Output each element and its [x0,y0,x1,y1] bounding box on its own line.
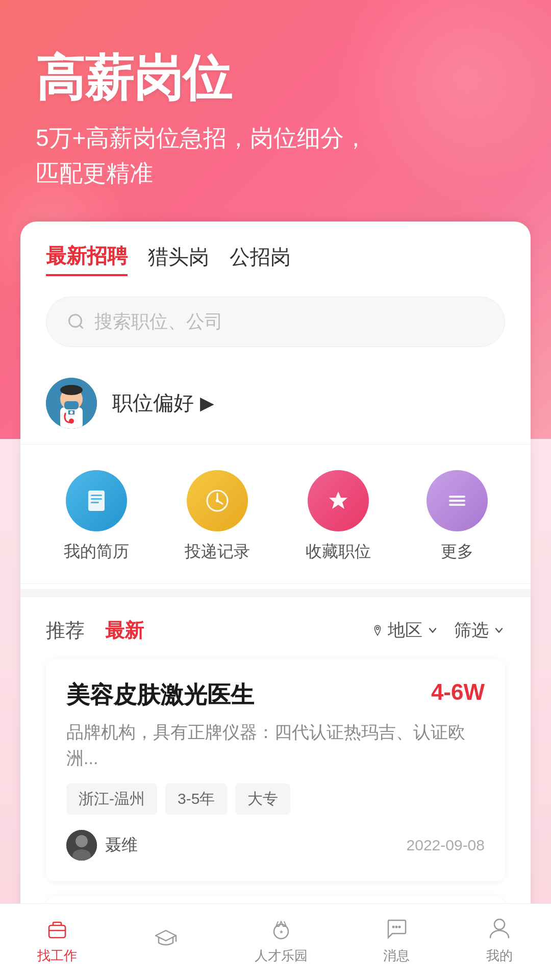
delivery-label: 投递记录 [185,541,250,563]
action-resume[interactable]: 我的简历 [64,470,129,563]
filter-row: 推荐 最新 地区 筛选 [20,602,531,659]
clock-icon [202,485,233,516]
hero-subtitle: 5万+高薪岗位急招，岗位细分， 匹配更精准 [36,120,515,191]
job-salary-0: 4-6W [431,679,485,705]
nav-talent[interactable]: ★ 人才乐园 [255,914,308,965]
nav-messages[interactable]: 消息 [382,914,411,965]
profile-preference-label: 职位偏好 [112,389,194,417]
svg-rect-21 [449,504,465,506]
recruiter-avatar-0 [66,830,97,861]
svg-rect-20 [449,500,465,502]
hat-icon [152,923,180,952]
briefcase-icon [43,914,71,943]
job-tag-edu-0: 大专 [235,783,290,815]
chat-icon [382,914,411,943]
svg-point-0 [69,315,82,327]
nav-learn[interactable] [152,923,180,956]
tab-public-jobs[interactable]: 公招岗 [230,243,291,275]
filter-recommended[interactable]: 推荐 [46,618,85,644]
menu-icon [442,485,472,516]
filter-label: 筛选 [454,619,489,642]
bottom-nav: 找工作 ★ 人才乐园 [0,903,551,980]
action-saved[interactable]: 收藏职位 [306,470,371,563]
svg-point-5 [60,385,83,395]
filter-button[interactable]: 筛选 [454,619,505,642]
main-card: 最新招聘 猎头岗 公招岗 搜索职位、公司 [20,222,531,980]
saved-icon-circle [308,470,369,531]
hero-title: 高薪岗位 [36,51,515,105]
search-placeholder-text: 搜索职位、公司 [94,309,223,334]
svg-text:★: ★ [279,929,284,935]
svg-marker-18 [329,492,347,509]
action-more[interactable]: 更多 [427,470,488,563]
svg-point-22 [377,627,379,630]
nav-profile[interactable]: 我的 [485,914,514,965]
resume-icon-circle [66,470,127,531]
svg-point-17 [216,499,219,502]
star-icon [323,485,354,516]
nav-messages-label: 消息 [383,947,410,965]
avatar [46,378,97,429]
svg-point-34 [398,926,401,928]
action-delivery[interactable]: 投递记录 [185,470,250,563]
nav-talent-label: 人才乐园 [255,947,308,965]
location-filter-label: 地区 [388,619,422,642]
svg-line-1 [80,325,83,329]
search-bar[interactable]: 搜索职位、公司 [46,297,505,347]
saved-label: 收藏职位 [306,541,371,563]
svg-rect-11 [91,495,102,496]
svg-rect-10 [88,491,105,511]
svg-point-35 [494,919,505,929]
job-date-0: 2022-09-08 [407,837,485,854]
job-tag-location-0: 浙江-温州 [66,783,157,815]
location-icon [371,624,384,636]
svg-point-33 [395,926,398,928]
nav-jobs-label: 找工作 [37,947,77,965]
svg-rect-6 [64,401,79,409]
svg-point-32 [392,926,395,928]
filter-latest[interactable]: 最新 [105,618,144,644]
more-icon-circle [427,470,488,531]
nav-profile-label: 我的 [486,947,513,965]
svg-point-24 [76,835,88,847]
location-filter-button[interactable]: 地区 [371,619,439,642]
job-card-0[interactable]: 美容皮肤激光医生 4-6W 品牌机构，具有正牌仪器：四代认证热玛吉、认证欧洲..… [46,659,505,881]
tabs-header: 最新招聘 猎头岗 公招岗 [20,222,531,286]
svg-point-7 [69,419,74,424]
nav-jobs[interactable]: 找工作 [37,914,77,965]
resume-icon [81,485,112,516]
filter-tabs: 推荐 最新 [46,618,144,644]
medal-icon: ★ [267,914,295,943]
delivery-icon-circle [187,470,248,531]
filter-dropdown-icon [493,624,505,636]
tab-latest-jobs[interactable]: 最新招聘 [46,242,128,276]
svg-rect-19 [449,496,465,498]
job-tags-0: 浙江-温州 3-5年 大专 [66,783,485,815]
svg-rect-26 [49,925,65,938]
job-tag-exp-0: 3-5年 [165,783,227,815]
svg-rect-13 [91,502,99,503]
search-icon [67,312,85,331]
resume-label: 我的简历 [64,541,129,563]
job-header-0: 美容皮肤激光医生 4-6W [66,679,485,711]
svg-rect-12 [91,498,102,500]
section-divider [20,589,531,597]
profile-preference-row[interactable]: 职位偏好 ▶ [20,362,531,445]
svg-point-9 [70,411,73,414]
job-footer-0: 聂维 2022-09-08 [66,830,485,861]
location-dropdown-icon [427,624,439,636]
quick-actions: 我的简历 投递记录 [20,445,531,584]
job-title-0: 美容皮肤激光医生 [66,679,254,711]
more-label: 更多 [441,541,473,563]
recruiter-name-0: 聂维 [105,834,138,856]
person-icon [485,914,514,943]
recruiter-info-0: 聂维 [66,830,138,861]
filter-buttons: 地区 筛选 [371,619,505,642]
profile-arrow-icon: ▶ [200,393,214,414]
job-desc-0: 品牌机构，具有正牌仪器：四代认证热玛吉、认证欧洲... [66,719,485,771]
tab-headhunter[interactable]: 猎头岗 [148,243,209,275]
